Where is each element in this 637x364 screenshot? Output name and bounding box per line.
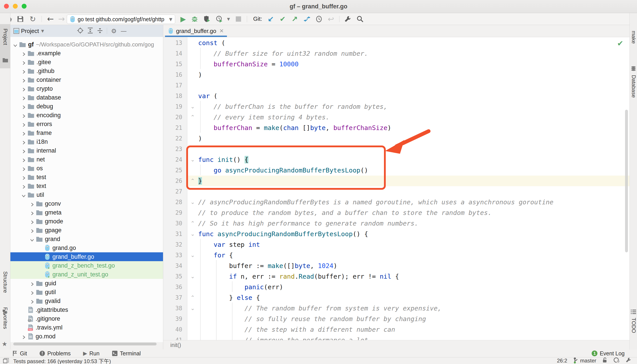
code-line-15[interactable]: 15 bufferChanSize = 10000 (163, 59, 630, 70)
code-line-20[interactable]: 20⌃ // every item storing 4 bytes. (163, 112, 630, 122)
tree-item-grand-buffer-go[interactable]: grand_buffer.go (10, 252, 163, 261)
chevron-right-icon[interactable] (22, 86, 26, 91)
code-line-30[interactable]: 30⌃// So it has high performance to gene… (163, 218, 630, 229)
chevron-right-icon[interactable] (30, 299, 34, 303)
tree-item-gmeta[interactable]: gmeta (10, 208, 163, 217)
tree-item-test[interactable]: test (10, 173, 163, 182)
code-line-35[interactable]: 35⌄ if n, err := rand.Read(buffer); err … (163, 271, 630, 282)
chevron-down-icon[interactable] (30, 237, 34, 241)
tree-item-gutil[interactable]: gutil (10, 288, 163, 296)
tree-item-gconv[interactable]: gconv (10, 199, 163, 208)
code-line-29[interactable]: 29// to produce the random bytes, and a … (163, 208, 630, 218)
tree-item-encoding[interactable]: encoding (10, 111, 163, 120)
fold-end-icon[interactable]: ⌃ (189, 292, 196, 303)
chevron-right-icon[interactable] (22, 148, 26, 153)
code-line-16[interactable]: 16) (163, 70, 630, 80)
fold-end-icon[interactable]: ⌃ (189, 112, 196, 122)
tree-item--github[interactable]: .github (10, 66, 163, 76)
tree-item-internal[interactable]: internal (10, 146, 163, 155)
code-line-38[interactable]: 38⌄ // The random buffer from system is … (163, 303, 630, 314)
chevron-down-icon[interactable] (13, 42, 18, 47)
fold-start-icon[interactable]: ⌄ (189, 101, 196, 112)
chevron-right-icon[interactable] (22, 51, 26, 56)
fold-end-icon[interactable]: ⌃ (189, 218, 196, 229)
toolwindow-terminal[interactable]: Terminal (112, 350, 141, 357)
tree-item-gmode[interactable]: gmode (10, 217, 163, 226)
toolwindow-run[interactable]: ▶ Run (83, 350, 100, 357)
toolwindow-git[interactable]: Git (12, 350, 27, 357)
code-line-33[interactable]: 33⌄ for { (163, 250, 630, 260)
toolwindow-switcher-icon[interactable] (3, 358, 9, 363)
code-line-34[interactable]: 34 buffer := make([]byte, 1024) (163, 260, 630, 271)
fold-start-icon[interactable]: ⌄ (189, 229, 196, 239)
tree-item--travis-yml[interactable]: YML .travis.yml (10, 323, 163, 332)
save-icon[interactable] (16, 13, 25, 25)
tree-item-errors[interactable]: errors (10, 120, 163, 128)
tree-item-grand[interactable]: grand (10, 235, 163, 244)
chevron-right-icon[interactable] (22, 131, 26, 135)
code-editor[interactable]: 13const (14 // Buffer size for uint32 ra… (163, 37, 630, 340)
editor-scrollbar[interactable] (625, 110, 628, 252)
chevron-right-icon[interactable] (22, 104, 26, 108)
search-icon[interactable] (355, 13, 366, 25)
code-line-19[interactable]: 19⌄ // bufferChan is the buffer for rand… (163, 101, 630, 112)
stripe-tab-database[interactable]: Database (630, 66, 637, 139)
run-with-coverage-button[interactable] (202, 13, 212, 25)
code-line-41[interactable]: 41 // improve the performance a lot. (163, 335, 630, 340)
chevron-down-icon[interactable]: ▼ (41, 29, 44, 33)
chevron-right-icon[interactable] (22, 175, 26, 179)
highlighting-level-icon[interactable]: ⚙ (614, 357, 619, 364)
git-rollback-button[interactable]: ↩ (326, 13, 336, 25)
chevron-right-icon[interactable] (22, 60, 26, 64)
chevron-right-icon[interactable] (22, 113, 26, 118)
expand-all-icon[interactable] (87, 28, 93, 34)
run-configuration-select[interactable]: go test github.com/gogf/gf/net/ghttp ▼ (67, 14, 175, 24)
close-icon[interactable]: ✕ (220, 28, 224, 34)
tree-item-grand-go[interactable]: grand.go (10, 244, 163, 252)
sync-icon[interactable]: ↻ (28, 13, 38, 25)
tree-item-text[interactable]: text (10, 182, 163, 190)
chevron-right-icon[interactable] (22, 166, 26, 170)
tree-item-database[interactable]: database (10, 93, 163, 102)
git-push-button[interactable]: ↗ (290, 13, 300, 25)
code-line-39[interactable]: 39 // so fully reuse the random buffer b… (163, 314, 630, 324)
fold-start-icon[interactable]: ⌄ (189, 271, 196, 282)
code-line-31[interactable]: 31⌄func asyncProducingRandomBufferBytesL… (163, 229, 630, 239)
code-line-13[interactable]: 13const ( (163, 38, 630, 48)
wrench-icon[interactable] (626, 357, 631, 364)
tree-item-go-mod[interactable]: go.mod (10, 332, 163, 341)
tree-item-crypto[interactable]: crypto (10, 84, 163, 93)
git-history-icon[interactable] (314, 13, 324, 25)
debug-button[interactable] (190, 13, 200, 25)
chevron-right-icon[interactable] (30, 202, 34, 206)
lock-icon[interactable] (602, 357, 607, 364)
locate-icon[interactable] (77, 28, 84, 34)
code-line-28[interactable]: 28⌄// asyncProducingRandomBufferBytes is… (163, 197, 630, 208)
stop-button[interactable] (234, 13, 243, 25)
event-log-button[interactable]: 1 Event Log (592, 350, 624, 357)
code-line-17[interactable]: 17 (163, 80, 630, 91)
tree-item-util[interactable]: util (10, 190, 163, 199)
chevron-right-icon[interactable] (22, 95, 26, 100)
code-line-36[interactable]: 36 panic(err) (163, 282, 630, 292)
tree-item--gitee[interactable]: .gitee (10, 58, 163, 66)
tree-horizontal-scrollbar[interactable] (13, 342, 156, 346)
tree-item-gvalid[interactable]: gvalid (10, 296, 163, 306)
chevron-right-icon[interactable] (30, 290, 34, 294)
code-line-37[interactable]: 37⌃ } else { (163, 292, 630, 303)
git-branch-widget[interactable]: master (574, 358, 596, 364)
fold-start-icon[interactable]: ⌄ (189, 250, 196, 260)
tree-row-root[interactable]: gf ~/Workspace/Go/GOPATH/src/github.com/… (10, 40, 163, 49)
stripe-tab-todo[interactable]: TODO (630, 310, 637, 354)
tree-item-gpage[interactable]: gpage (10, 226, 163, 235)
git-commit-button[interactable]: ✔ (278, 13, 288, 25)
code-line-40[interactable]: 40 // the step with a different number c… (163, 324, 630, 335)
hide-panel-icon[interactable]: — (120, 28, 127, 35)
tree-item--gitattributes[interactable]: .gitattributes (10, 306, 163, 314)
tab-grand-buffer-go[interactable]: grand_buffer.go ✕ (165, 25, 227, 37)
back-icon[interactable]: ← (46, 13, 55, 25)
tree-item-container[interactable]: container (10, 76, 163, 84)
profiler-button[interactable] (214, 13, 225, 25)
stripe-tab-make[interactable]: make (630, 28, 637, 57)
chevron-right-icon[interactable] (22, 140, 26, 144)
